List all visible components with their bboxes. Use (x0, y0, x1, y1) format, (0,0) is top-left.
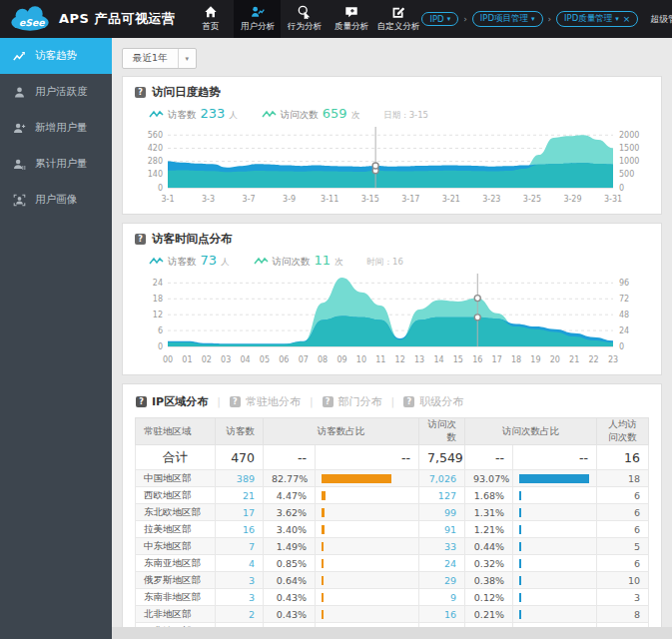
time-range-selector[interactable]: 最近1年 ▾ (122, 48, 197, 69)
row-region: 北非地区部 (136, 606, 216, 623)
breadcrumb-pill-quality[interactable]: IPD质量管理▾ × (556, 11, 638, 27)
col-header-visitors: 访客数 (216, 418, 264, 445)
x-axis-label: 00 (163, 355, 173, 364)
left-axis-tick: 560 (148, 131, 163, 140)
left-axis-tick: 18 (153, 295, 163, 304)
x-axis-label: 10 (356, 355, 366, 364)
zigzag-green-icon (262, 110, 277, 119)
right-axis-tick: 1000 (619, 157, 639, 166)
new-users-icon (13, 122, 26, 135)
left-axis-tick: 140 (148, 170, 163, 179)
breadcrumb-pill-project[interactable]: IPD项目管理▾ (472, 11, 543, 27)
x-axis-label: 13 (414, 355, 424, 364)
row-visitors-count[interactable]: 389 (216, 470, 264, 487)
row-visits-bar-cell (513, 589, 597, 606)
nav-item-custom-analytics[interactable]: 自定义分析 (374, 0, 421, 38)
sidebar-item-new-users[interactable]: 新增用户量 (0, 110, 112, 146)
x-axis-label: 06 (279, 355, 289, 364)
close-icon[interactable]: × (623, 14, 631, 24)
orange-bar (322, 525, 325, 534)
user-portrait-icon (13, 194, 26, 207)
nav-item-behavior-analytics[interactable]: 行为分析 (281, 0, 328, 38)
row-visits-pct: 0.21% (465, 606, 513, 623)
help-icon[interactable]: ? (135, 234, 146, 245)
sidebar-item-user-activity[interactable]: 用户活跃度 (0, 74, 112, 110)
table-row: 西欧地区部214.47%1271.68%6 (136, 487, 649, 504)
row-visits-count[interactable]: 33 (419, 538, 465, 555)
col-header-visitors-pct: 访客数占比 (264, 418, 419, 445)
daily-trend-chart[interactable]: 001405002801000420150056020003-13-33-73-… (135, 124, 651, 206)
x-axis-label: 05 (260, 355, 270, 364)
row-visits-count[interactable]: 7,026 (419, 470, 465, 487)
row-visits-bar-cell (513, 606, 597, 623)
x-axis-label: 3-9 (283, 195, 296, 204)
table-row: 拉美地区部163.40%911.21%6 (136, 521, 649, 538)
row-visits-pct: 1.21% (465, 521, 513, 538)
row-avg-visits: 6 (597, 487, 649, 504)
logo[interactable]: eSee APS 产品可视运营 (0, 0, 183, 38)
row-visits-pct: 1.68% (465, 487, 513, 504)
row-visitors-count[interactable]: 21 (216, 487, 264, 504)
row-visitors-count[interactable]: 4 (216, 555, 264, 572)
right-axis-tick: 96 (619, 279, 629, 288)
row-visitors-count[interactable]: 3 (216, 572, 264, 589)
table-row: 东南非地区部30.43%90.12%3 (136, 589, 649, 606)
row-visits-count[interactable]: 9 (419, 589, 465, 606)
x-axis-label: 12 (395, 355, 405, 364)
x-axis-label: 17 (492, 355, 502, 364)
sidebar-item-user-portrait[interactable]: 用户画像 (0, 182, 112, 218)
tab-department[interactable]: ? 部门分布 (314, 394, 391, 409)
row-visitors-count[interactable]: 16 (216, 521, 264, 538)
row-avg-visits: 6 (597, 555, 649, 572)
left-axis-tick: 12 (153, 311, 163, 320)
tab-residence[interactable]: ? 常驻地分布 (221, 394, 310, 409)
help-icon[interactable]: ? (135, 87, 146, 98)
row-visitors-pct: 0.43% (264, 606, 316, 623)
quality-analytics-icon (344, 5, 358, 19)
tab-ip-region[interactable]: ? IP区域分布 (135, 394, 217, 409)
row-region: 俄罗斯地区部 (136, 572, 216, 589)
sidebar-item-total-users[interactable]: 累计用户量 (0, 146, 112, 182)
nav-item-home[interactable]: 首页 (187, 0, 234, 38)
legend-visitors: 访客数 73 人 (149, 253, 230, 269)
hourly-distribution-title: ? 访客时间点分布 (135, 232, 649, 247)
tab-grade[interactable]: ? 职级分布 (394, 394, 472, 409)
row-visitors-count[interactable]: 7 (216, 538, 264, 555)
nav-item-user-analytics[interactable]: 用户分析 (234, 0, 281, 38)
table-total-row: 合计 470 -- -- 7,549 -- -- 16 (136, 445, 649, 470)
row-visits-count[interactable]: 91 (419, 521, 465, 538)
row-visits-count[interactable]: 29 (419, 572, 465, 589)
total-users-icon (13, 158, 26, 171)
row-visitors-count[interactable]: 17 (216, 504, 264, 521)
left-axis-tick: 280 (148, 157, 163, 166)
sidebar-item-visitor-trend[interactable]: 访客趋势 (0, 38, 112, 74)
help-icon: ? (403, 396, 414, 407)
x-axis-label: 08 (318, 355, 328, 364)
zigzag-teal-icon (149, 110, 164, 119)
table-header-row: 常驻地区域 访客数 访客数占比 访问次数 访问次数占比 人均访问次数 (136, 418, 649, 445)
row-visits-bar-cell (513, 487, 597, 504)
row-visitors-count[interactable]: 2 (216, 606, 264, 623)
hourly-distribution-chart[interactable]: 0062412481872249600010203040506070809101… (135, 271, 651, 366)
orange-bar (322, 610, 324, 619)
x-axis-label: 3-7 (243, 195, 256, 204)
nav-item-quality-analytics[interactable]: 质量分析 (328, 0, 374, 38)
breadcrumb-separator: › (548, 14, 552, 24)
row-visits-pct: 0.38% (465, 572, 513, 589)
row-visitors-pct: 3.62% (264, 504, 316, 521)
main-nav: 首页 用户分析 行为分析 质量分析 自定义分析 (187, 0, 421, 38)
row-visits-count[interactable]: 16 (419, 606, 465, 623)
breadcrumb-pill-ipd[interactable]: IPD▾ (421, 12, 458, 26)
row-region: 东北欧地区部 (136, 504, 216, 521)
x-axis-label: 3-15 (361, 195, 379, 204)
x-axis-label: 18 (511, 355, 521, 364)
row-visits-count[interactable]: 127 (419, 487, 465, 504)
zigzag-green-icon (254, 257, 269, 266)
sidebar: 访客趋势 用户活跃度 新增用户量 累计用户量 用户画像 (0, 38, 112, 639)
row-visitors-count[interactable]: 3 (216, 589, 264, 606)
row-visits-count[interactable]: 99 (419, 504, 465, 521)
breadcrumb-separator: › (463, 14, 467, 24)
row-avg-visits: 6 (597, 504, 649, 521)
x-axis-label: 04 (240, 355, 250, 364)
row-visits-count[interactable]: 24 (419, 555, 465, 572)
